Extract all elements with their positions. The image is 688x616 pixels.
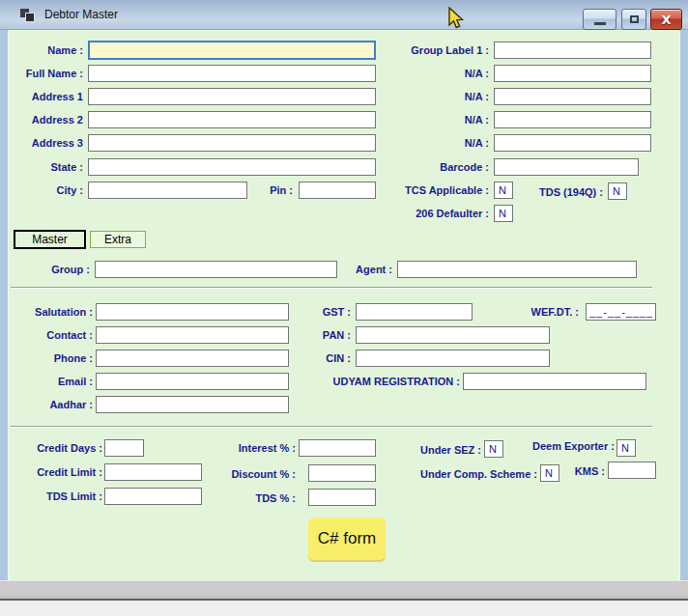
cin-label: CIN : — [299, 350, 351, 367]
full-name-label: Full Name : — [9, 65, 83, 82]
window-title: Debtor Master — [44, 8, 118, 21]
barcode-label: Barcode : — [371, 158, 489, 176]
tds-194q-label: TDS (194Q) : — [521, 183, 603, 201]
full-name-input[interactable] — [88, 65, 376, 82]
na1-input[interactable] — [494, 65, 651, 82]
csharp-form-button[interactable]: C# form — [308, 518, 386, 560]
credit-days-input[interactable] — [104, 439, 144, 457]
under-comp-scheme-input[interactable] — [540, 464, 559, 482]
address2-label: Address 2 — [9, 111, 83, 128]
under-comp-scheme-label: Under Comp. Scheme : — [386, 465, 537, 483]
contact-label: Contact : — [9, 326, 93, 344]
kms-input[interactable] — [608, 462, 656, 479]
group-label1-label: Group Label 1 : — [371, 42, 489, 59]
form-icon — [20, 9, 35, 22]
group-label: Group : — [28, 261, 90, 278]
address1-input[interactable] — [88, 88, 376, 105]
phone-label: Phone : — [9, 350, 93, 367]
tab-extra[interactable]: Extra — [90, 231, 146, 248]
pin-input[interactable] — [299, 182, 376, 199]
salutation-label: Salutation : — [9, 303, 93, 321]
interest-label: Interest % : — [212, 439, 296, 457]
credit-limit-input[interactable] — [104, 463, 202, 481]
discount-input[interactable] — [308, 464, 376, 482]
state-input[interactable] — [88, 158, 376, 176]
address3-label: Address 3 — [9, 134, 83, 152]
minimize-icon — [594, 22, 606, 25]
address3-input[interactable] — [88, 134, 376, 152]
tds-limit-input[interactable] — [104, 488, 202, 505]
debtor-master-window: Debtor Master X Name : Full Name : Addre… — [0, 0, 688, 597]
title-bar: Debtor Master X — [0, 0, 688, 30]
name-label: Name : — [9, 42, 83, 59]
minimize-button[interactable] — [583, 9, 616, 30]
agent-input[interactable] — [397, 261, 637, 278]
interest-input[interactable] — [299, 439, 376, 457]
section-divider-1 — [11, 287, 652, 289]
gst-input[interactable] — [356, 303, 473, 321]
tds-pct-label: TDS % : — [212, 490, 296, 507]
contact-input[interactable] — [96, 326, 289, 344]
window-bottom-frame — [0, 580, 688, 596]
tds-pct-input[interactable] — [308, 489, 376, 506]
wef-dt-label: WEF.DT. : — [511, 303, 579, 321]
na2-label: N/A : — [371, 88, 489, 105]
salutation-input[interactable] — [96, 303, 289, 321]
udyam-registration-input[interactable] — [463, 373, 646, 390]
na1-label: N/A : — [371, 65, 489, 82]
na2-input[interactable] — [494, 88, 651, 105]
aadhar-input[interactable] — [96, 396, 289, 413]
close-icon: X — [661, 14, 671, 26]
email-label: Email : — [9, 373, 93, 390]
discount-label: Discount % : — [212, 465, 296, 483]
na3-input[interactable] — [494, 111, 651, 128]
defaulter-206-input[interactable] — [494, 205, 513, 222]
pin-label: Pin : — [241, 182, 293, 199]
pan-input[interactable] — [356, 326, 550, 344]
pan-label: PAN : — [299, 326, 351, 344]
close-button[interactable]: X — [650, 9, 682, 30]
credit-days-label: Credit Days : — [18, 439, 102, 457]
wef-dt-input[interactable] — [586, 303, 656, 321]
udyam-registration-label: UDYAM REGISTRATION : — [279, 373, 460, 390]
tds-194q-input[interactable] — [608, 182, 627, 200]
deem-exporter-input[interactable] — [616, 439, 636, 457]
restore-icon — [630, 15, 639, 23]
restore-button[interactable] — [621, 9, 646, 30]
tds-limit-label: TDS Limit : — [18, 488, 102, 505]
name-input[interactable] — [88, 41, 376, 60]
address1-label: Address 1 — [9, 88, 83, 105]
email-input[interactable] — [96, 373, 289, 390]
form-client-area: Name : Full Name : Address 1 Address 2 A… — [8, 30, 680, 580]
na4-input[interactable] — [494, 134, 651, 152]
under-sez-label: Under SEZ : — [395, 441, 481, 459]
na3-label: N/A : — [371, 111, 489, 128]
agent-label: Agent : — [337, 261, 392, 278]
group-label1-input[interactable] — [494, 42, 651, 59]
defaulter-206-label: 206 Defaulter : — [371, 205, 489, 222]
cin-input[interactable] — [356, 350, 550, 367]
credit-limit-label: Credit Limit : — [18, 463, 102, 481]
na4-label: N/A : — [371, 134, 489, 152]
city-label: City : — [9, 182, 83, 199]
state-label: State : — [9, 158, 83, 176]
barcode-input[interactable] — [494, 158, 639, 176]
mouse-cursor-icon — [445, 7, 467, 32]
under-sez-input[interactable] — [484, 440, 503, 458]
kms-label: KMS : — [564, 462, 605, 480]
background-rule — [0, 599, 688, 601]
aadhar-label: Aadhar : — [9, 396, 93, 413]
section-divider-2 — [11, 426, 652, 428]
address2-input[interactable] — [88, 111, 376, 128]
group-input[interactable] — [95, 261, 337, 278]
city-input[interactable] — [88, 182, 247, 199]
gst-label: GST : — [299, 303, 351, 321]
deem-exporter-label: Deem Exporter : — [521, 437, 615, 455]
phone-input[interactable] — [96, 350, 289, 367]
tcs-applicable-label: TCS Applicable : — [371, 182, 489, 199]
tcs-applicable-input[interactable] — [494, 182, 513, 199]
tab-master[interactable]: Master — [14, 230, 86, 249]
